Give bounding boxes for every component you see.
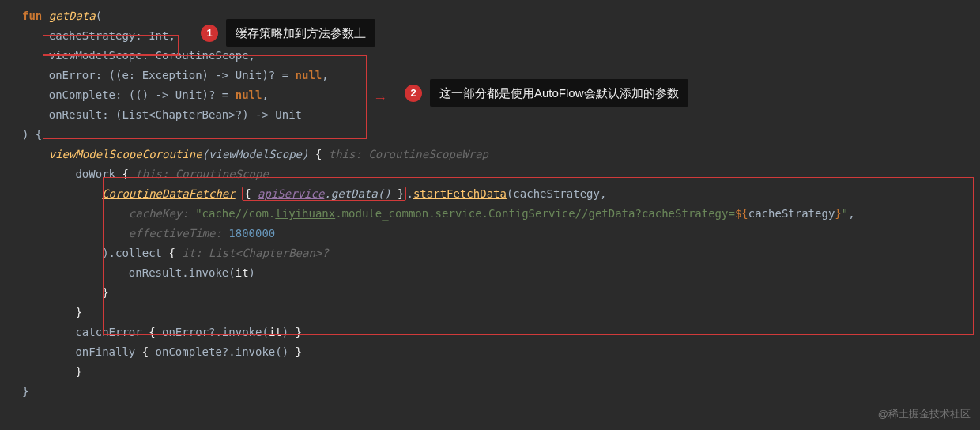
code-line: ).collect { it: List<ChapterBean>? [0, 243, 980, 263]
code-line: onResult.invoke(it) [0, 263, 980, 283]
annotation-2: 2 这一部分都是使用AutoFlow会默认添加的参数 [405, 79, 688, 107]
code-line: fun getData( [0, 6, 980, 26]
code-line: onResult: (List<ChapterBean>?) -> Unit [0, 105, 980, 125]
annotation-1: 1 缓存策略加到方法参数上 [201, 19, 375, 47]
code-block: fun getData( cacheStrategy: Int, viewMod… [0, 0, 980, 430]
code-line: CoroutineDataFetcher { apiService.getDat… [0, 184, 980, 204]
code-line: viewModelScope: CoroutineScope, [0, 46, 980, 66]
code-line: cacheStrategy: Int, [0, 26, 980, 46]
code-line: viewModelScopeCoroutine(viewModelScope) … [0, 145, 980, 164]
code-line: effectiveTime: 1800000 [0, 224, 980, 243]
code-line: onFinally { onComplete?.invoke() } [0, 342, 980, 362]
annotation-label-2: 这一部分都是使用AutoFlow会默认添加的参数 [430, 79, 688, 107]
annotation-label-1: 缓存策略加到方法参数上 [226, 19, 375, 47]
code-line: doWork { this: CoroutineScope [0, 164, 980, 184]
code-line: catchError { onError?.invoke(it) } [0, 322, 980, 342]
arrow-icon [373, 89, 387, 108]
code-line: } [0, 283, 980, 303]
badge-1: 1 [201, 25, 218, 42]
badge-2: 2 [405, 85, 422, 102]
code-line: cacheKey: "cache//com.liyihuanx.module_c… [0, 204, 980, 224]
code-line: } [0, 362, 980, 382]
code-line: } [0, 303, 980, 322]
watermark: @稀土掘金技术社区 [878, 404, 971, 424]
code-line: } [0, 382, 980, 402]
code-line: ) { [0, 125, 980, 145]
